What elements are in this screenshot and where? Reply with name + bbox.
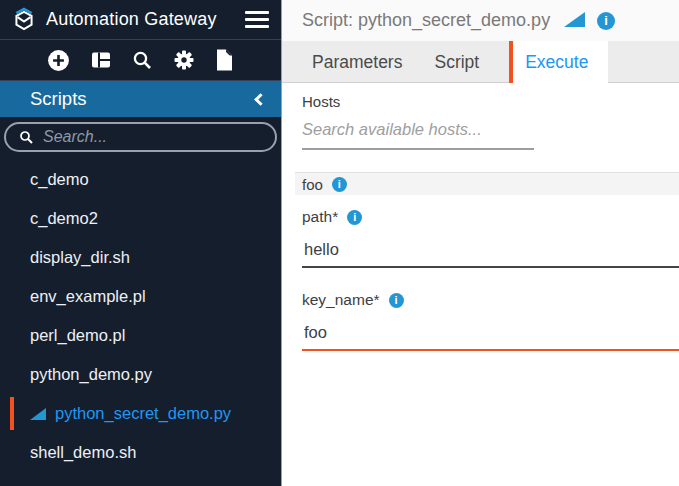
- sidebar-header: Automation Gateway: [0, 0, 281, 40]
- path-field[interactable]: [302, 230, 679, 268]
- script-list-item-selected[interactable]: python_secret_demo.py: [0, 394, 281, 433]
- scripts-search-box: [4, 122, 277, 152]
- field-label-path: path*: [302, 208, 679, 226]
- menu-icon[interactable]: [245, 7, 269, 32]
- script-list-item[interactable]: shell_demo.sh: [0, 433, 281, 472]
- page-title: Script: python_secret_demo.py: [302, 10, 550, 31]
- scripts-search-input[interactable]: [43, 128, 263, 146]
- script-list-item[interactable]: display_dir.sh: [0, 238, 281, 277]
- sidebar: Automation Gateway: [0, 0, 281, 486]
- script-list-item[interactable]: c_demo2: [0, 199, 281, 238]
- settings-icon[interactable]: [172, 48, 196, 72]
- info-icon[interactable]: [332, 177, 347, 192]
- add-icon[interactable]: [46, 48, 71, 73]
- app-logo-icon: [10, 6, 38, 34]
- flag-triangle-icon: [564, 12, 585, 27]
- main-panel: Script: python_secret_demo.py Parameters…: [281, 0, 679, 486]
- app-title: Automation Gateway: [46, 9, 217, 30]
- tab-execute[interactable]: Execute: [509, 41, 608, 83]
- field-label-text: key_name*: [302, 291, 380, 309]
- search-icon[interactable]: [130, 48, 154, 72]
- info-icon[interactable]: [597, 12, 615, 30]
- scripts-section-header: Scripts: [0, 81, 281, 117]
- script-name: perl_demo.pl: [30, 326, 125, 345]
- script-list-item[interactable]: perl_demo.pl: [0, 316, 281, 355]
- tabbar-divider: [282, 82, 679, 83]
- script-list-item[interactable]: python_demo.py: [0, 355, 281, 394]
- field-label-text: path*: [302, 208, 338, 226]
- key-name-field[interactable]: [302, 313, 679, 351]
- execute-tab-content: Hosts foo path* key_name*: [282, 83, 679, 486]
- info-icon[interactable]: [347, 210, 362, 225]
- file-icon[interactable]: [213, 48, 235, 72]
- host-name: foo: [302, 176, 323, 193]
- search-icon: [18, 129, 34, 145]
- script-name: shell_demo.sh: [30, 443, 136, 462]
- main-header: Script: python_secret_demo.py: [282, 0, 679, 41]
- tab-parameters[interactable]: Parameters: [296, 41, 418, 83]
- sidebar-toolbar: [0, 40, 281, 81]
- selected-bar: [10, 397, 14, 430]
- script-name: env_example.pl: [30, 287, 146, 306]
- info-icon[interactable]: [389, 293, 404, 308]
- tab-script[interactable]: Script: [418, 41, 495, 83]
- host-list-item[interactable]: foo: [295, 172, 679, 195]
- app-window: Automation Gateway: [0, 0, 679, 486]
- script-name: python_demo.py: [30, 365, 152, 384]
- field-label-key-name: key_name*: [302, 291, 679, 309]
- script-list-item[interactable]: env_example.pl: [0, 277, 281, 316]
- host-search-input[interactable]: [302, 118, 534, 150]
- script-name: display_dir.sh: [30, 248, 130, 267]
- dashboard-icon[interactable]: [89, 48, 113, 72]
- script-list-item[interactable]: c_demo: [0, 160, 281, 199]
- script-name: python_secret_demo.py: [55, 404, 231, 423]
- scripts-list: c_demo c_demo2 display_dir.sh env_exampl…: [0, 160, 281, 486]
- script-name: c_demo: [30, 170, 89, 189]
- collapse-chevron-icon[interactable]: [254, 93, 267, 106]
- scripts-section-title: Scripts: [30, 88, 87, 110]
- hosts-label: Hosts: [302, 93, 679, 110]
- tab-bar: Parameters Script Execute: [282, 41, 679, 83]
- flag-triangle-icon: [30, 408, 46, 420]
- script-name: c_demo2: [30, 209, 98, 228]
